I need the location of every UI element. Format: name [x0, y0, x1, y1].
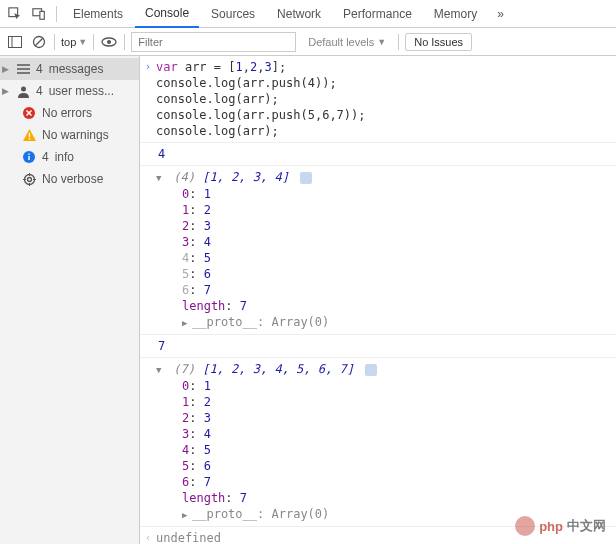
main-area: ▶ 4 messages ▶ 4 user mess... No errors	[0, 56, 616, 544]
log-value: 7	[156, 339, 165, 353]
console-sidebar: ▶ 4 messages ▶ 4 user mess... No errors	[0, 56, 140, 544]
console-input-row[interactable]: › var arr = [1,2,3]; console.log(arr.pus…	[140, 56, 616, 143]
context-selector[interactable]: top ▼	[61, 36, 87, 48]
sidebar-item-errors[interactable]: No errors	[0, 102, 139, 124]
return-value: undefined	[156, 531, 221, 544]
inspect-icon[interactable]	[4, 3, 26, 25]
warning-icon	[22, 128, 36, 142]
clear-console-icon[interactable]	[30, 33, 48, 51]
watermark-logo-icon	[515, 516, 535, 536]
watermark: php 中文网	[515, 516, 606, 536]
svg-rect-14	[28, 133, 29, 137]
log-levels-selector[interactable]: Default levels ▼	[302, 36, 392, 48]
console-toolbar: top ▼ Default levels ▼ No Issues	[0, 28, 616, 56]
gutter	[140, 338, 156, 354]
console-log-row[interactable]: ▼ (7) [1, 2, 3, 4, 5, 6, 7] 0: 1 1: 2 2:…	[140, 358, 616, 527]
context-label: top	[61, 36, 76, 48]
warnings-label: No warnings	[42, 128, 109, 142]
issues-button[interactable]: No Issues	[405, 33, 472, 51]
user-label: user mess...	[49, 84, 114, 98]
gutter	[140, 146, 156, 162]
levels-label: Default levels	[308, 36, 374, 48]
info-badge-icon[interactable]	[300, 172, 312, 184]
expand-arrow-icon: ▶	[2, 64, 10, 74]
info-icon	[22, 150, 36, 164]
console-input-code: var arr = [1,2,3]; console.log(arr.push(…	[156, 59, 616, 139]
error-icon	[22, 106, 36, 120]
verbose-label: No verbose	[42, 172, 103, 186]
sidebar-item-user-messages[interactable]: ▶ 4 user mess...	[0, 80, 139, 102]
svg-rect-2	[40, 11, 44, 19]
tab-elements[interactable]: Elements	[63, 1, 133, 27]
verbose-icon	[22, 172, 36, 186]
watermark-prefix: php	[539, 519, 563, 534]
sidebar-item-warnings[interactable]: No warnings	[0, 124, 139, 146]
info-count: 4	[42, 150, 49, 164]
user-count: 4	[36, 84, 43, 98]
info-badge-icon[interactable]	[365, 364, 377, 376]
more-tabs-icon[interactable]: »	[489, 7, 512, 21]
sidebar-item-messages[interactable]: ▶ 4 messages	[0, 58, 139, 80]
dropdown-icon: ▼	[377, 37, 386, 47]
svg-point-12	[21, 86, 26, 91]
divider	[56, 6, 57, 22]
divider	[398, 34, 399, 50]
tab-memory[interactable]: Memory	[424, 1, 487, 27]
errors-label: No errors	[42, 106, 92, 120]
svg-rect-18	[28, 154, 29, 155]
svg-rect-15	[28, 138, 29, 139]
dropdown-icon: ▼	[78, 37, 87, 47]
messages-label: messages	[49, 62, 104, 76]
gutter	[140, 169, 156, 331]
console-log-row[interactable]: ▼ (4) [1, 2, 3, 4] 0: 1 1: 2 2: 3 3: 4 4…	[140, 166, 616, 335]
array-length-preview: (7)	[173, 362, 195, 376]
svg-point-8	[107, 40, 111, 44]
tab-network[interactable]: Network	[267, 1, 331, 27]
array-length-preview: (4)	[173, 170, 195, 184]
sidebar-toggle-icon[interactable]	[6, 33, 24, 51]
live-expression-icon[interactable]	[100, 33, 118, 51]
divider	[124, 34, 125, 50]
tab-sources[interactable]: Sources	[201, 1, 265, 27]
watermark-text: 中文网	[567, 517, 606, 535]
user-icon	[16, 84, 30, 98]
filter-input[interactable]	[131, 32, 296, 52]
svg-rect-17	[28, 156, 29, 160]
svg-line-6	[35, 38, 43, 46]
tab-console[interactable]: Console	[135, 0, 199, 28]
svg-point-20	[27, 177, 31, 181]
sidebar-item-verbose[interactable]: No verbose	[0, 168, 139, 190]
collapse-arrow-icon[interactable]: ▼	[156, 362, 166, 378]
divider	[54, 34, 55, 50]
tab-performance[interactable]: Performance	[333, 1, 422, 27]
console-output: › var arr = [1,2,3]; console.log(arr.pus…	[140, 56, 616, 544]
array-values-preview: [1, 2, 3, 4]	[202, 170, 289, 184]
info-label: info	[55, 150, 74, 164]
collapse-arrow-icon[interactable]: ▼	[156, 170, 166, 186]
log-value: 4	[156, 147, 165, 161]
console-log-row[interactable]: 4	[140, 143, 616, 166]
expand-arrow-icon[interactable]: ▶	[182, 507, 192, 523]
devtools-tabs: Elements Console Sources Network Perform…	[0, 0, 616, 28]
console-log-row[interactable]: 7	[140, 335, 616, 358]
expand-arrow-icon: ▶	[2, 86, 10, 96]
expanded-array: ▼ (4) [1, 2, 3, 4] 0: 1 1: 2 2: 3 3: 4 4…	[156, 169, 616, 331]
output-prompt-icon: ‹	[140, 530, 156, 544]
array-values-preview: [1, 2, 3, 4, 5, 6, 7]	[202, 362, 354, 376]
gutter	[140, 361, 156, 523]
expanded-array: ▼ (7) [1, 2, 3, 4, 5, 6, 7] 0: 1 1: 2 2:…	[156, 361, 616, 523]
sidebar-item-info[interactable]: 4 info	[0, 146, 139, 168]
device-toggle-icon[interactable]	[28, 3, 50, 25]
divider	[93, 34, 94, 50]
input-prompt-icon: ›	[140, 59, 156, 139]
messages-count: 4	[36, 62, 43, 76]
svg-rect-3	[9, 36, 22, 47]
expand-arrow-icon[interactable]: ▶	[182, 315, 192, 331]
messages-icon	[16, 62, 30, 76]
